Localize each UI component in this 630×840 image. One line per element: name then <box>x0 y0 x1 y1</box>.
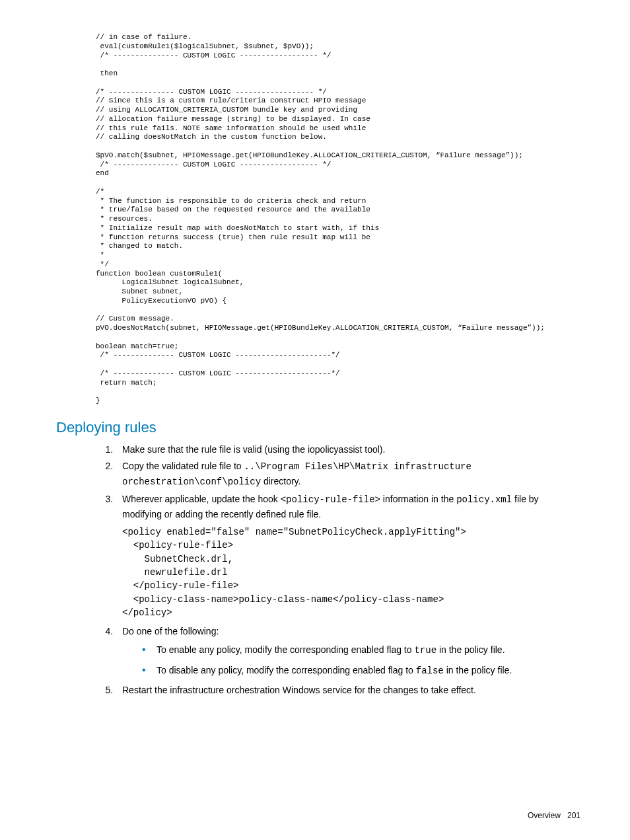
step-4-enable-code: true <box>414 645 437 656</box>
step-3-file: policy.xml <box>456 494 512 505</box>
deploy-steps-list: Make sure that the rule file is valid (u… <box>96 443 580 698</box>
step-2: Copy the validated rule file to ..\Progr… <box>116 459 580 489</box>
step-3-mid: information in the <box>380 494 456 504</box>
step-4-disable: To disable any policy, modify the corres… <box>142 664 580 679</box>
step-3-xml-block: <policy enabled="false" name="SubnetPoli… <box>122 525 580 619</box>
step-5-text: Restart the infrastructure orchestration… <box>122 685 476 695</box>
page-footer: Overview 201 <box>528 811 580 820</box>
step-4-disable-pre: To disable any policy, modify the corres… <box>157 665 416 675</box>
step-4-intro: Do one of the following: <box>122 626 219 636</box>
step-4-enable: To enable any policy, modify the corresp… <box>142 643 580 658</box>
step-2-pre: Copy the validated rule file to <box>122 461 244 471</box>
step-4-options: To enable any policy, modify the corresp… <box>142 643 580 678</box>
step-3: Wherever applicable, update the hook <po… <box>116 492 580 619</box>
step-4-enable-pre: To enable any policy, modify the corresp… <box>157 644 414 655</box>
step-4-enable-post: in the policy file. <box>437 644 505 655</box>
heading-deploying-rules: Deploying rules <box>56 419 580 436</box>
step-5: Restart the infrastructure orchestration… <box>116 683 580 698</box>
step-4-disable-code: false <box>416 666 444 676</box>
step-1: Make sure that the rule file is valid (u… <box>116 443 580 457</box>
step-3-hook: <policy-rule-file> <box>281 494 380 505</box>
step-4: Do one of the following: To enable any p… <box>116 625 580 678</box>
step-3-pre: Wherever applicable, update the hook <box>122 494 281 504</box>
step-4-disable-post: in the policy file. <box>444 665 512 675</box>
footer-section-label: Overview <box>528 811 561 820</box>
step-2-post: directory. <box>261 476 300 486</box>
code-block-rules: // in case of failure. eval(customRule1(… <box>96 33 580 406</box>
footer-page-number: 201 <box>567 811 580 820</box>
document-page: // in case of failure. eval(customRule1(… <box>0 0 630 840</box>
step-1-text: Make sure that the rule file is valid (u… <box>122 444 385 455</box>
